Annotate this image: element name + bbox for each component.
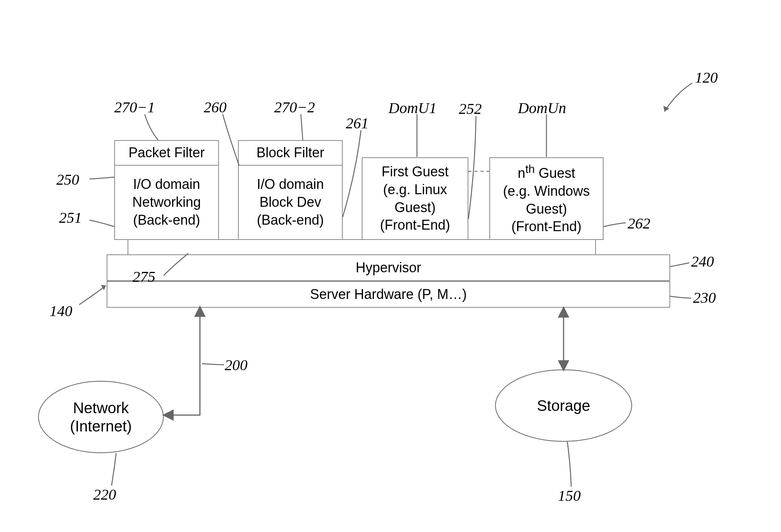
svg-marker-5 (663, 106, 669, 112)
leader-lines (0, 0, 781, 532)
svg-marker-4 (101, 285, 106, 290)
